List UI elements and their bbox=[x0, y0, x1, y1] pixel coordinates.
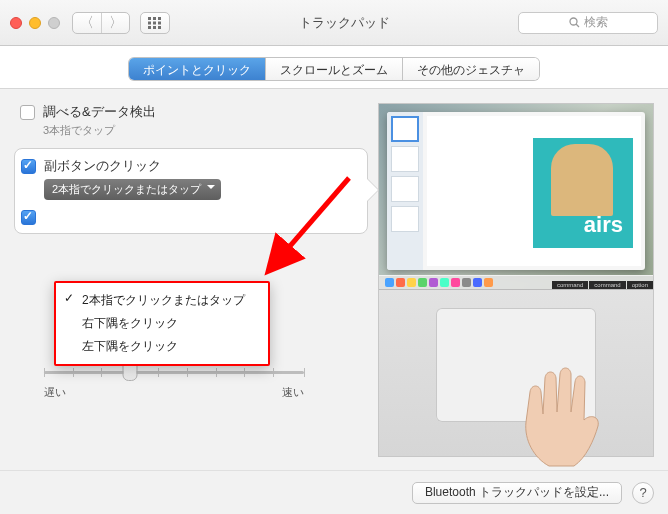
preview-app-window: airs bbox=[387, 112, 645, 270]
tab-row: ポイントとクリック スクロールとズーム その他のジェスチャ bbox=[0, 46, 668, 89]
help-button[interactable]: ? bbox=[632, 482, 654, 504]
forward-button[interactable]: 〉 bbox=[101, 13, 129, 33]
slider-track[interactable] bbox=[44, 363, 304, 383]
svg-rect-5 bbox=[158, 21, 161, 24]
svg-point-9 bbox=[570, 18, 577, 25]
tab-more-gestures[interactable]: その他のジェスチャ bbox=[402, 58, 539, 80]
checkbox-lookup[interactable] bbox=[20, 105, 35, 120]
svg-rect-3 bbox=[148, 21, 151, 24]
tab-point-click[interactable]: ポイントとクリック bbox=[129, 58, 265, 80]
search-input[interactable]: 検索 bbox=[518, 12, 658, 34]
search-icon bbox=[569, 17, 580, 28]
option-secondary-click: 副ボタンのクリック 2本指でクリックまたはタップ bbox=[14, 148, 368, 234]
secondary-click-menu: 2本指でクリックまたはタップ 右下隅をクリック 左下隅をクリック bbox=[54, 281, 270, 366]
menu-bottom-left[interactable]: 左下隅をクリック bbox=[56, 335, 268, 358]
option-lookup-sub: 3本指でタップ bbox=[43, 123, 156, 138]
minimize-icon[interactable] bbox=[29, 17, 41, 29]
slider-slow-label: 遅い bbox=[44, 385, 66, 400]
option-secondary-title: 副ボタンのクリック bbox=[44, 157, 357, 175]
svg-rect-7 bbox=[153, 26, 156, 29]
options-panel: 調べる&データ検出 3本指でタップ 副ボタンのクリック 2本指でクリックまたはタ… bbox=[14, 103, 368, 470]
slider-fast-label: 速い bbox=[282, 385, 304, 400]
bluetooth-setup-button[interactable]: Bluetooth トラックパッドを設定... bbox=[412, 482, 622, 504]
checkbox-third[interactable] bbox=[21, 210, 36, 225]
tab-scroll-zoom[interactable]: スクロールとズーム bbox=[265, 58, 402, 80]
menu-two-finger[interactable]: 2本指でクリックまたはタップ bbox=[56, 289, 268, 312]
preview-text: airs bbox=[584, 212, 623, 238]
option-lookup: 調べる&データ検出 3本指でタップ bbox=[20, 103, 368, 138]
svg-rect-4 bbox=[153, 21, 156, 24]
svg-rect-2 bbox=[158, 17, 161, 20]
preview-screen: airs command command option bbox=[379, 104, 653, 290]
menu-bottom-right[interactable]: 右下隅をクリック bbox=[56, 312, 268, 335]
window-controls bbox=[10, 17, 60, 29]
gesture-preview: airs command command option bbox=[378, 103, 654, 457]
hand-icon bbox=[494, 348, 624, 468]
key-command-left: command bbox=[552, 281, 588, 289]
footer: Bluetooth トラックパッドを設定... ? bbox=[0, 470, 668, 514]
maximize-icon bbox=[48, 17, 60, 29]
show-all-button[interactable] bbox=[140, 12, 170, 34]
secondary-dropdown[interactable]: 2本指でクリックまたはタップ bbox=[44, 179, 221, 200]
preview-trackpad-area bbox=[379, 290, 653, 456]
key-option: option bbox=[627, 281, 653, 289]
grid-icon bbox=[148, 17, 162, 29]
secondary-dropdown-value: 2本指でクリックまたはタップ bbox=[52, 182, 201, 197]
svg-rect-1 bbox=[153, 17, 156, 20]
tab-segment: ポイントとクリック スクロールとズーム その他のジェスチャ bbox=[129, 58, 539, 80]
search-placeholder: 検索 bbox=[584, 14, 608, 31]
svg-rect-0 bbox=[148, 17, 151, 20]
close-icon[interactable] bbox=[10, 17, 22, 29]
svg-rect-8 bbox=[158, 26, 161, 29]
svg-line-10 bbox=[576, 24, 579, 27]
option-lookup-title: 調べる&データ検出 bbox=[43, 103, 156, 121]
titlebar: 〈 〉 トラックパッド 検索 bbox=[0, 0, 668, 46]
key-command-right: command bbox=[589, 281, 625, 289]
nav-segment: 〈 〉 bbox=[72, 12, 130, 34]
main-content: 調べる&データ検出 3本指でタップ 副ボタンのクリック 2本指でクリックまたはタ… bbox=[0, 89, 668, 470]
back-button[interactable]: 〈 bbox=[73, 13, 101, 33]
svg-rect-6 bbox=[148, 26, 151, 29]
window-title: トラックパッド bbox=[170, 14, 518, 32]
checkbox-secondary[interactable] bbox=[21, 159, 36, 174]
